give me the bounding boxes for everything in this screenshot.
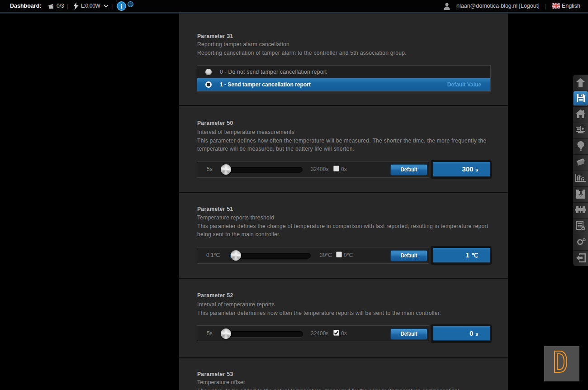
- svg-text:4: 4: [129, 2, 132, 7]
- svg-text:i: i: [121, 3, 123, 10]
